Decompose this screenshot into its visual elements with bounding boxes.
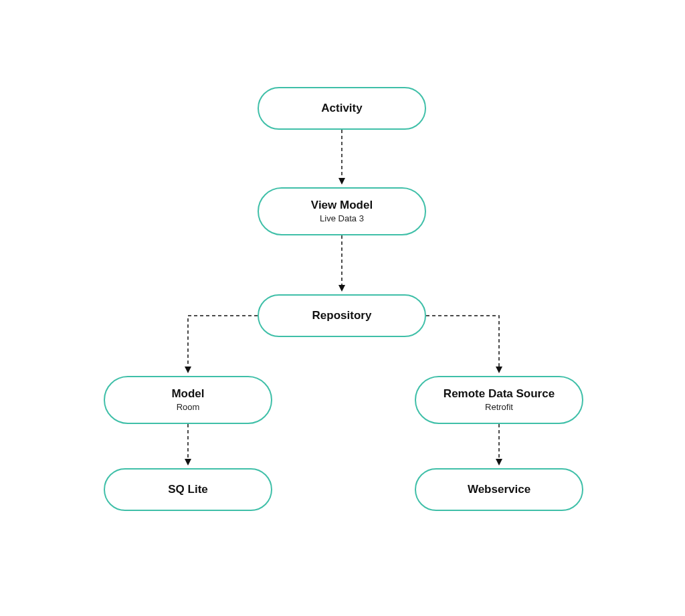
edge-repository-model	[188, 316, 258, 371]
node-model: Model Room	[104, 376, 272, 424]
node-title: Remote Data Source	[444, 387, 555, 401]
node-title: View Model	[311, 199, 373, 212]
node-title: SQ Lite	[168, 483, 208, 496]
node-subtitle: Room	[177, 402, 200, 413]
node-webservice: Webservice	[415, 468, 583, 511]
node-title: Repository	[312, 309, 372, 322]
node-title: Webservice	[468, 483, 530, 496]
node-subtitle: Live Data 3	[320, 213, 364, 224]
architecture-diagram: Activity View Model Live Data 3 Reposito…	[0, 0, 685, 616]
node-remote: Remote Data Source Retrofit	[415, 376, 583, 424]
node-repository: Repository	[258, 294, 426, 337]
node-activity: Activity	[258, 87, 426, 130]
edge-repository-remote	[426, 316, 499, 371]
node-subtitle: Retrofit	[485, 402, 513, 413]
node-sqlite: SQ Lite	[104, 468, 272, 511]
node-title: Model	[171, 387, 204, 401]
node-viewmodel: View Model Live Data 3	[258, 187, 426, 235]
node-title: Activity	[321, 102, 362, 115]
